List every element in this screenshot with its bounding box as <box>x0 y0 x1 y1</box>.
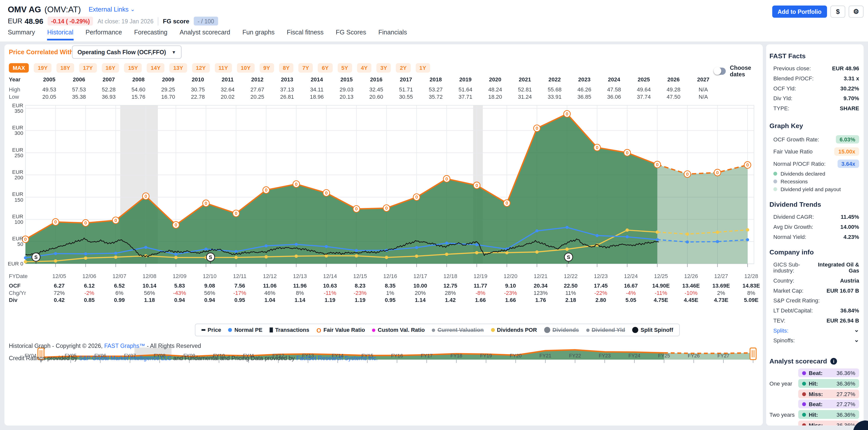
external-links-menu[interactable]: External Links ⌄ <box>89 6 135 12</box>
price-correlated-label: Price Correlated With <box>9 49 73 55</box>
cell: 36.93 <box>102 94 116 100</box>
cell: 9.10 <box>505 283 516 289</box>
range-button-6y[interactable]: 6Y <box>318 63 333 73</box>
normal-pe-icon <box>228 328 232 332</box>
cell: 10.63 <box>323 283 337 289</box>
cell: 12/11 <box>233 273 247 279</box>
chevron-down-icon[interactable]: ⌄ <box>854 337 859 342</box>
row-value: EUR 16.07 B <box>827 287 859 293</box>
range-button-9y[interactable]: 9Y <box>259 63 274 73</box>
range-button-10y[interactable]: 10Y <box>237 63 254 73</box>
cell: 12/17 <box>413 273 427 279</box>
svg-text:350: 350 <box>14 108 23 114</box>
navigator-handle-right[interactable] <box>750 348 756 360</box>
badge-label: Beat: <box>809 401 823 407</box>
svg-text:0: 0 <box>54 219 57 225</box>
range-button-3y[interactable]: 3Y <box>376 63 391 73</box>
cell: 1.04 <box>265 297 275 303</box>
price-chart[interactable]: 0000000000000000000000000SSSEUR 0EUR50EU… <box>4 100 763 273</box>
currency-button[interactable]: $ <box>830 5 845 18</box>
legend-item-dividends[interactable]: Dividends <box>544 327 579 333</box>
choose-dates-toggle[interactable]: Choose dates <box>714 64 763 78</box>
legend-item-custom-val-ratio[interactable]: Custom Val. Ratio <box>372 327 425 333</box>
company-row: Market Cap:EUR 16.07 B <box>769 285 859 295</box>
range-button-11y[interactable]: 11Y <box>215 63 232 73</box>
custom-val-ratio-icon <box>372 328 375 332</box>
range-button-19y[interactable]: 19Y <box>34 63 52 73</box>
tab-fun-graphs[interactable]: Fun graphs <box>242 29 275 40</box>
row-label: Low <box>9 94 19 100</box>
tab-performance[interactable]: Performance <box>86 29 122 40</box>
range-button-12y[interactable]: 12Y <box>192 63 210 73</box>
footer-link[interactable]: FactSet Research Systems Inc. <box>297 355 378 361</box>
legend-label: Normal PE <box>235 327 262 333</box>
tab-forecasting[interactable]: Forecasting <box>134 29 167 40</box>
legend-item-normal-pe[interactable]: Normal PE <box>228 327 262 333</box>
row-label[interactable]: Splits: <box>773 327 788 333</box>
range-button-17y[interactable]: 17Y <box>79 63 97 73</box>
svg-text:0: 0 <box>656 162 658 167</box>
range-button-18y[interactable]: 18Y <box>57 63 74 73</box>
legend-item-dividend-yld[interactable]: Dividend Yld <box>586 327 625 333</box>
range-button-16y[interactable]: 16Y <box>102 63 119 73</box>
legend-item-fair-value-ratio[interactable]: OFair Value Ratio <box>316 327 365 333</box>
row-value: EUR 48.96 <box>832 65 859 71</box>
settings-button[interactable]: ⚙ <box>849 5 864 18</box>
legend-item-dividends-por[interactable]: Dividends POR <box>491 327 537 333</box>
cell: 36.85 <box>578 94 591 100</box>
svg-text:FY24: FY24 <box>628 353 640 359</box>
fast-facts-heading: FAST Facts <box>769 52 859 60</box>
tab-fiscal-fitness[interactable]: Fiscal fitness <box>287 29 324 40</box>
tab-fg-scores[interactable]: FG Scores <box>336 29 366 40</box>
cell: 37.74 <box>637 94 651 100</box>
cell: 2007 <box>103 76 115 82</box>
miss-dot-icon <box>802 392 806 396</box>
range-button-1y[interactable]: 1Y <box>415 63 430 73</box>
tab-financials[interactable]: Financials <box>378 29 407 40</box>
footer-link[interactable]: S&P Global Market Intelligence LLC <box>79 355 172 361</box>
cell: 72% <box>54 290 65 296</box>
range-button-max[interactable]: MAX <box>9 63 29 73</box>
range-button-15y[interactable]: 15Y <box>124 63 142 73</box>
tab-summary[interactable]: Summary <box>8 29 35 40</box>
row-value: 36.84% <box>840 307 859 313</box>
legend-item-current-valuation[interactable]: Current Valuation <box>432 327 484 333</box>
footer-link[interactable]: FAST Graphs™ <box>104 342 145 349</box>
add-to-portfolio-button[interactable]: Add to Portfolio <box>772 5 827 18</box>
info-icon[interactable]: i <box>830 358 837 365</box>
range-button-5y[interactable]: 5Y <box>338 63 352 73</box>
metric-dropdown[interactable]: Operating Cash Flow (OCF,FFO) ▼ <box>72 46 182 59</box>
range-button-14y[interactable]: 14Y <box>147 63 164 73</box>
fact-row: Blended P/OCF:3.31 x <box>769 73 859 83</box>
legend-item-price[interactable]: Price <box>202 327 221 333</box>
chevron-down-icon[interactable]: ⌄ <box>854 327 859 332</box>
cell: 47.50 <box>666 94 680 100</box>
cell: 20.02 <box>221 94 235 100</box>
tab-historical[interactable]: Historical <box>47 29 73 40</box>
range-button-2y[interactable]: 2Y <box>396 63 410 73</box>
fg-score-label: FG score <box>163 18 189 24</box>
toggle-track[interactable] <box>714 67 726 75</box>
range-button-8y[interactable]: 8Y <box>279 63 293 73</box>
title-row: OMV AG (OMV:AT) External Links ⌄ <box>8 4 135 14</box>
fair-value-ratio-icon: O <box>316 327 321 333</box>
cell: 1.18 <box>144 297 155 303</box>
legend-item-transactions[interactable]: Transactions <box>270 327 309 333</box>
range-button-7y[interactable]: 7Y <box>298 63 313 73</box>
chart-svg[interactable]: 0000000000000000000000000SSSEUR 0EUR50EU… <box>4 100 763 273</box>
cell: 12/25 <box>654 273 668 279</box>
range-button-4y[interactable]: 4Y <box>357 63 371 73</box>
row-value: 14.00% <box>840 224 859 230</box>
graph-key-row: Fair Value Ratio15.00x <box>769 145 859 157</box>
legend-item-split-spinoff[interactable]: Split Spinoff <box>632 327 673 333</box>
key-dot-label: Dividend yield and payout <box>780 186 841 192</box>
range-button-13y[interactable]: 13Y <box>169 63 187 73</box>
badge-value: 36.36% <box>836 411 855 418</box>
scorecard-beat-badge: Beat:36.36% <box>798 369 859 377</box>
row-label: Div <box>9 297 17 303</box>
badge-value: 36.36% <box>836 380 855 386</box>
row-label: Previous close: <box>773 65 811 71</box>
row-value: 4.23% <box>843 234 859 239</box>
svg-text:FY22: FY22 <box>569 353 581 359</box>
tab-analyst-scorecard[interactable]: Analyst scorecard <box>180 29 230 40</box>
